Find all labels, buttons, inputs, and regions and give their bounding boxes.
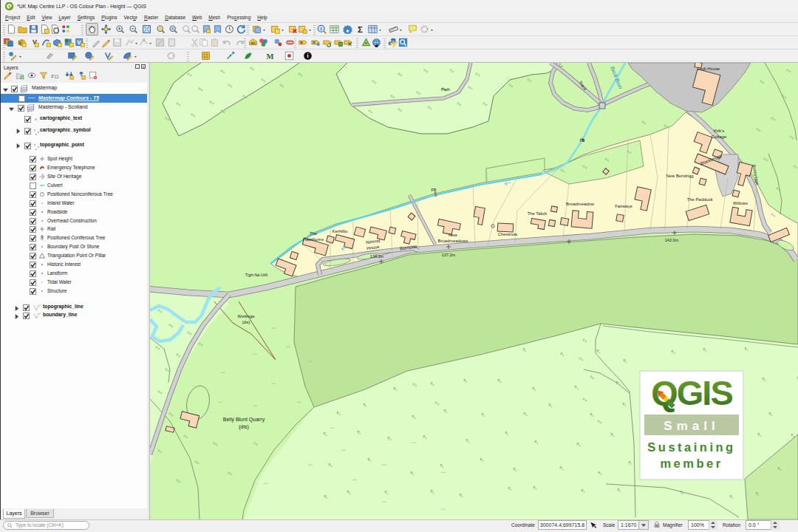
svg-text:FB: FB xyxy=(579,138,584,143)
svg-text:FB: FB xyxy=(431,188,436,192)
svg-text:Willows: Willows xyxy=(733,201,748,205)
svg-text:Cottage: Cottage xyxy=(712,134,727,139)
svg-text:Sustaining: Sustaining xyxy=(647,440,735,454)
svg-text:New: New xyxy=(449,233,458,237)
svg-text:QGIS: QGIS xyxy=(651,373,732,412)
svg-text:ε: ε xyxy=(52,72,55,79)
svg-text:137.2m: 137.2m xyxy=(442,253,456,257)
svg-text:The Paddock: The Paddock xyxy=(687,197,713,202)
svg-text:Belly Blunt Quarry: Belly Blunt Quarry xyxy=(223,417,265,423)
svg-text:Σ: Σ xyxy=(358,25,363,34)
svg-text:Path: Path xyxy=(441,87,450,92)
svg-text:142.0m: 142.0m xyxy=(665,238,679,242)
svg-text:Kerhillio: Kerhillio xyxy=(332,229,349,233)
svg-text:Kirk's: Kirk's xyxy=(714,129,724,133)
svg-text:Tigh-Na-Uillt: Tigh-Na-Uillt xyxy=(245,273,268,277)
svg-text:Small: Small xyxy=(664,419,719,433)
svg-text:M: M xyxy=(267,52,274,61)
svg-text:Club House: Club House xyxy=(698,66,721,71)
svg-text:ab: ab xyxy=(250,41,255,45)
svg-text:Broadmeadow: Broadmeadow xyxy=(566,202,595,206)
svg-text:New Bondrigg: New Bondrigg xyxy=(666,174,693,178)
svg-text:member: member xyxy=(660,457,723,470)
svg-text:Chestnuts: Chestnuts xyxy=(498,232,518,236)
svg-text:i: i xyxy=(307,52,308,59)
svg-text:Workings: Workings xyxy=(238,314,255,318)
svg-text:Hawthorns: Hawthorns xyxy=(303,237,324,242)
svg-text:136.3m: 136.3m xyxy=(370,254,384,259)
svg-text:The Talich: The Talich xyxy=(528,211,548,216)
svg-text:The: The xyxy=(310,231,318,236)
svg-text:Broadmeadows: Broadmeadows xyxy=(438,239,468,243)
svg-text:(dis): (dis) xyxy=(239,424,249,430)
svg-text:V: V xyxy=(77,39,81,46)
svg-text:(dis): (dis) xyxy=(242,320,250,324)
svg-text:i: i xyxy=(321,26,322,31)
svg-text:Fairways: Fairways xyxy=(615,204,632,208)
